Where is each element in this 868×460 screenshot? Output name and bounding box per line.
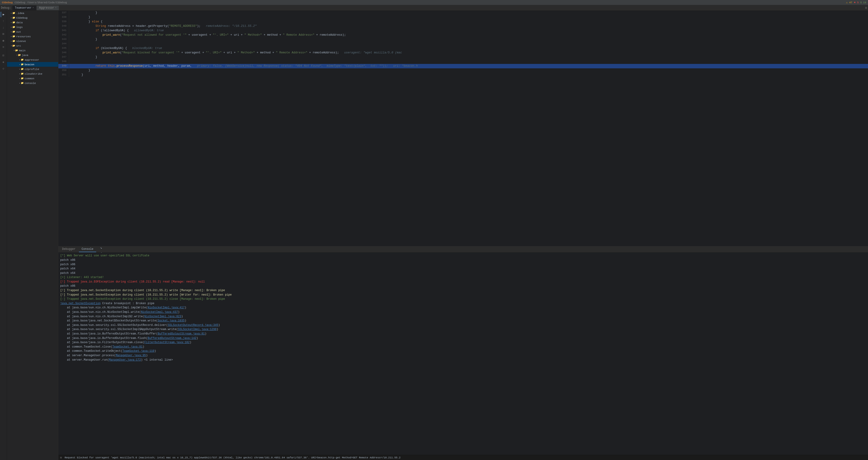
tab-aggressor[interactable]: Aggressor × (37, 6, 59, 10)
code-content-348 (72, 60, 868, 64)
sidebar-item-csdebug[interactable]: ▸ 📁 CSDebug (7, 15, 58, 20)
console-output[interactable]: [*] Web Server will use user-specified S… (58, 253, 868, 455)
rail-bookmark-icon[interactable]: ⊞ (1, 31, 6, 37)
gutter-345 (69, 46, 72, 51)
folder-csdebug-icon: 📁 (12, 16, 15, 19)
rail-extra-icon[interactable]: ◈ (1, 59, 6, 65)
sidebar-item-console[interactable]: ▸ 📁 console (7, 81, 58, 86)
folder-main-icon: 📂 (15, 49, 18, 52)
error-count-title: ✖ 5 (854, 1, 859, 4)
line-num-341: 341 (58, 29, 69, 33)
console-line-11-suffix: Create breakpoint : Broken pipe (101, 302, 154, 305)
ssl-link-2[interactable]: SSLSocketImpl.java:1298 (178, 328, 217, 331)
console-line-9: [!] Trapped java.net.SocketException dur… (60, 293, 866, 297)
code-row-342: 342 print_warn("Request not allowed for … (58, 33, 868, 37)
socket-link-1[interactable]: Socket.java:1035 (158, 319, 185, 322)
line-num-351: 351 (58, 73, 69, 77)
sidebar-item-logs[interactable]: ▸ 📁 logs (7, 25, 58, 29)
line-num-342: 342 (58, 33, 69, 37)
sidebar-item-label: src (16, 44, 21, 47)
sidebar-item-idea[interactable]: ▸ 📁 .idea (7, 11, 58, 15)
teamsocket-link-2[interactable]: TeamSocket.java:110 (122, 350, 154, 353)
tab-aggressor-close[interactable]: × (55, 6, 57, 9)
sidebar-item-label: aggressor (25, 58, 39, 61)
buffered-link-1[interactable]: BufferedOutputStream.java:81 (158, 332, 205, 335)
tab-teamserver[interactable]: Teamserver × (12, 6, 36, 10)
console-line-24: at server.ManageUser.run(ManageUser.java… (60, 358, 866, 362)
rail-nav-down-icon[interactable]: ↓ (1, 25, 6, 30)
code-content-340: String remoteAddress = header.getPropert… (72, 24, 868, 29)
console-line-19: at java.base/java.io.BufferedOutputStrea… (60, 336, 866, 340)
sidebar-item-beacon[interactable]: ▸ 📁 beacon (7, 62, 58, 67)
sidebar-item-sleeve[interactable]: ▸ 📁 sleeve (7, 39, 58, 43)
console-line-3: patch x64 (60, 267, 866, 271)
sidebar-item-c2profile[interactable]: ▸ 📁 c2profile (7, 67, 58, 71)
tab-console[interactable]: Console (79, 247, 96, 252)
sidebar-item-data[interactable]: ▸ 📁 data (7, 20, 58, 25)
buffered-link-2[interactable]: BufferedOutputStream.java:142 (148, 337, 196, 340)
nioimpl-link-2[interactable]: NioSocketImpl.java:437 (141, 310, 178, 314)
expand-data-icon: ▸ (11, 21, 12, 24)
folder-aggressor-icon: 📁 (21, 58, 24, 61)
sidebar-item-java[interactable]: ▾ 📂 java (7, 53, 58, 57)
editor-area: 337 } 338 } 339 (58, 11, 868, 460)
rail-run-icon[interactable]: ▶ (1, 12, 6, 17)
folder-idea-icon: 📁 (12, 12, 15, 14)
title-path: CSDebug /Users/Shared/Code/CSDebug (14, 1, 67, 4)
expand-c2profile-icon: ▸ (19, 68, 20, 70)
sidebar-item-label: common (25, 77, 34, 80)
code-row-344: 344 (58, 42, 868, 46)
line-num-347: 347 (58, 55, 69, 60)
sidebar-item-label: main (19, 49, 26, 52)
sidebar-item-src[interactable]: ▾ 📂 src (7, 43, 58, 48)
gutter-343 (69, 37, 72, 42)
expand-console-icon: ▸ (19, 82, 20, 85)
code-content-337: } (72, 11, 868, 15)
manageuser-link-2[interactable]: ManageUser.java:172 (109, 358, 141, 362)
rail-watch-icon[interactable]: ◉ (1, 38, 6, 43)
console-line-17: at java.base/sun.security.ssl.SSLSocketI… (60, 327, 866, 332)
gutter-347 (69, 55, 72, 60)
line-num-337: 337 (58, 11, 69, 15)
console-line-7: patch x86 (60, 284, 866, 288)
code-content-341: if (!allowedByUA) { allowedByUA: true (72, 29, 868, 33)
ssl-link-1[interactable]: SSLSocketOutputRecord.java:345 (168, 324, 218, 327)
rail-stack-icon[interactable]: ≡ (1, 44, 6, 50)
nioimpl-link-3[interactable]: NioSocketImpl.java:823 (144, 315, 181, 318)
gutter-349 (69, 64, 72, 68)
manageuser-link-1[interactable]: ManageUser.java:95 (116, 354, 146, 357)
console-line-0: [*] Web Server will use user-specified S… (60, 254, 866, 258)
sidebar-item-label: cloudstrike (25, 72, 42, 75)
sidebar-item-resources[interactable]: ▸ 📁 resources (7, 34, 58, 39)
sidebar-item-common[interactable]: ▸ 📁 common (7, 76, 58, 81)
rail-thread-icon[interactable]: ⊡ (1, 53, 6, 58)
console-line-8: [!] Trapped java.net.SocketException dur… (60, 288, 866, 293)
console-line-20: at java.base/java.io.FilterOutputStream.… (60, 340, 866, 345)
nioimpl-link-1[interactable]: NioSocketImpl.java:417 (148, 306, 184, 309)
sidebar-item-out[interactable]: ▸ 📁 out (7, 29, 58, 34)
rail-extra2-icon[interactable]: ◇ (1, 66, 6, 71)
filter-link-1[interactable]: FilterOutputStream.java:182 (144, 341, 190, 344)
file-tree: ▸ 📁 .idea ▸ 📁 CSDebug ▸ 📁 data ▸ 📁 logs … (7, 11, 58, 460)
console-line-2: patch x86 (60, 262, 866, 267)
sidebar-item-aggressor[interactable]: ▸ 📁 aggressor (7, 57, 58, 62)
rail-nav-up-icon[interactable]: ↑ (1, 18, 6, 24)
code-editor[interactable]: 337 } 338 } 339 (58, 11, 868, 246)
sidebar-item-label: sleeve (16, 40, 26, 43)
sidebar-item-main[interactable]: ▾ 📂 main (7, 48, 58, 53)
gutter-346 (69, 51, 72, 55)
console-line-5: [+] Listener: 443 started! (60, 275, 866, 280)
tab-teamserver-close[interactable]: × (32, 6, 34, 9)
sidebar-item-cloudstrike[interactable]: ▸ 📁 cloudstrike (7, 71, 58, 76)
settings-gear-icon[interactable]: ⚙ (865, 6, 867, 10)
code-row-348: 348 (58, 60, 868, 64)
socket-exception-link[interactable]: java.net.SocketException (60, 302, 101, 305)
code-content-339: } else { (72, 20, 868, 24)
line-num-346: 346 (58, 51, 69, 55)
teamsocket-link-1[interactable]: TeamSocket.java:81 (112, 345, 143, 349)
code-row-345: 345 if (blockedByUA) { blockedByUA: true (58, 46, 868, 51)
tab-debugger[interactable]: Debugger (59, 247, 79, 252)
expand-csdebug-icon: ▸ (11, 17, 12, 19)
gutter-351 (69, 73, 72, 77)
code-row-339: 339 } else { (58, 20, 868, 24)
